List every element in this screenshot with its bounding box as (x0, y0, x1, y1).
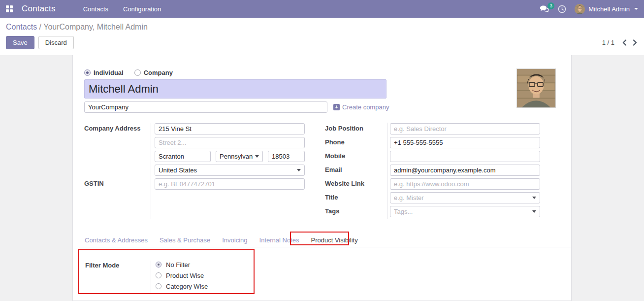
tags-select[interactable]: Tags... (390, 206, 540, 217)
content-area: Individual Company + Create company Comp… (0, 55, 644, 301)
pager: 1 / 1 (602, 39, 637, 46)
radio-company[interactable]: Company (134, 69, 173, 76)
product-visibility-panel: Filter Mode No Filter Product Wise Categ… (84, 247, 571, 293)
city-input[interactable] (155, 151, 211, 162)
nav-menu: Contacts Configuration (82, 0, 162, 18)
messages-button[interactable]: 3 (540, 5, 549, 13)
radio-category-wise-circle (156, 283, 161, 289)
radio-no-filter-circle (156, 262, 161, 268)
tags-label: Tags (325, 205, 387, 217)
tab-sales-purchase[interactable]: Sales & Purchase (154, 234, 216, 247)
user-menu-caret-icon (634, 8, 638, 10)
contact-photo[interactable] (516, 68, 556, 108)
user-name-label: Mitchell Admin (588, 5, 630, 13)
zip-input[interactable] (268, 151, 305, 162)
email-label: Email (325, 164, 387, 176)
filter-mode-label: Filter Mode (84, 261, 151, 293)
gstin-input[interactable] (155, 178, 305, 190)
contact-name-input[interactable] (84, 79, 386, 99)
breadcrumb-parent-link[interactable]: Contacts (6, 23, 37, 31)
company-address-label: Company Address (84, 123, 151, 176)
radio-category-wise[interactable]: Category Wise (156, 282, 208, 290)
email-input[interactable] (390, 165, 540, 176)
pager-previous-icon[interactable] (622, 39, 627, 46)
radio-individual-circle (84, 69, 91, 76)
navbar-right: 3 (540, 4, 638, 14)
pager-value: 1 / 1 (602, 39, 614, 46)
title-caret-icon (532, 197, 536, 199)
menu-contacts[interactable]: Contacts (82, 0, 109, 18)
notebook-tabs: Contacts & Addresses Sales & Purchase In… (79, 234, 571, 247)
tab-internal-notes[interactable]: Internal Notes (254, 234, 305, 247)
radio-product-wise[interactable]: Product Wise (156, 271, 208, 279)
website-input[interactable] (390, 178, 540, 190)
address-group: Company Address GSTIN Pennsylvania (US) (84, 123, 305, 219)
phone-input[interactable] (390, 137, 540, 148)
breadcrumb-current: YourCompany, Mitchell Admin (43, 23, 148, 31)
title-select[interactable]: e.g. Mister (390, 192, 540, 203)
tab-product-visibility[interactable]: Product Visibility (305, 234, 364, 247)
country-caret-icon (297, 169, 301, 171)
website-label: Website Link (325, 178, 387, 190)
phone-label: Phone (325, 136, 387, 148)
pager-next-icon[interactable] (633, 39, 637, 46)
breadcrumb: Contacts / YourCompany, Mitchell Admin (6, 23, 637, 32)
apps-menu-icon[interactable] (6, 5, 13, 12)
tab-contacts-addresses[interactable]: Contacts & Addresses (79, 234, 154, 247)
user-avatar (575, 4, 585, 14)
details-group: Job Position Phone Mobile Email Website … (325, 123, 544, 219)
radio-product-wise-circle (156, 272, 161, 278)
control-panel: Contacts / YourCompany, Mitchell Admin S… (0, 18, 644, 55)
title-label: Title (325, 192, 387, 203)
save-button[interactable]: Save (6, 36, 34, 49)
company-name-input[interactable] (84, 101, 327, 113)
form-sheet: Individual Company + Create company Comp… (72, 55, 572, 301)
street-input[interactable] (155, 123, 305, 134)
breadcrumb-separator: / (37, 23, 43, 31)
tags-caret-icon (532, 210, 536, 213)
activities-button[interactable] (558, 5, 566, 13)
contact-type-radio-group: Individual Company (84, 69, 571, 76)
top-navbar: Contacts Contacts Configuration 3 (0, 0, 644, 18)
radio-company-circle (134, 69, 141, 76)
street2-input[interactable] (155, 137, 305, 148)
mobile-label: Mobile (325, 150, 387, 162)
state-select[interactable]: Pennsylvania (US) (216, 151, 263, 162)
country-select[interactable]: United States (155, 165, 305, 176)
clock-icon (558, 5, 566, 13)
mobile-input[interactable] (390, 151, 540, 162)
tab-invoicing[interactable]: Invoicing (216, 234, 253, 247)
messages-count-badge: 3 (547, 2, 554, 9)
radio-no-filter[interactable]: No Filter (156, 261, 208, 268)
discard-button[interactable]: Discard (38, 36, 74, 49)
app-title[interactable]: Contacts (22, 4, 56, 14)
plus-square-icon: + (333, 104, 340, 110)
job-position-label: Job Position (325, 123, 387, 134)
menu-configuration[interactable]: Configuration (122, 0, 162, 18)
radio-individual[interactable]: Individual (84, 69, 124, 76)
job-position-input[interactable] (390, 123, 540, 134)
user-menu[interactable]: Mitchell Admin (575, 4, 638, 14)
state-caret-icon (255, 155, 259, 158)
gstin-label: GSTIN (84, 178, 151, 190)
create-company-link[interactable]: + Create company (333, 103, 389, 111)
